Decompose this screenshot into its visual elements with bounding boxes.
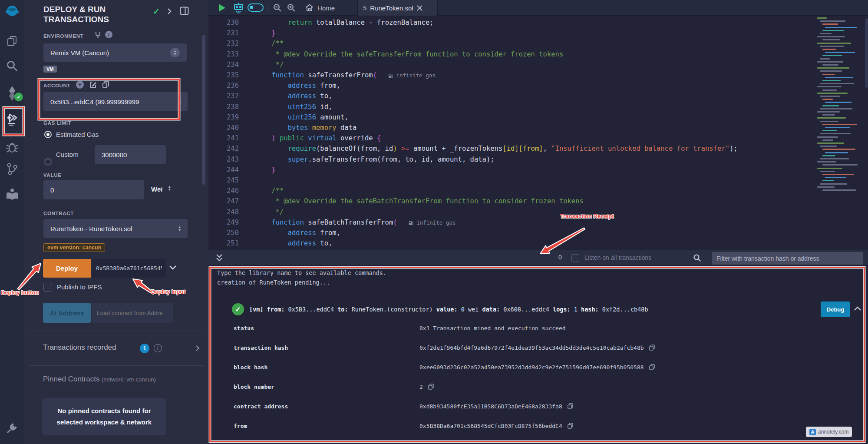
git-icon[interactable]: [0, 162, 24, 176]
code-line-235[interactable]: 235 function safeTransferFrom( infinite …: [208, 70, 868, 80]
code-line-232[interactable]: 232 /**: [208, 38, 868, 49]
code-editor[interactable]: 230 return totalBalance - frozenBalance;…: [208, 16, 868, 250]
receipt-row-transaction-hash: transaction hash0xf2de1f964bfd4f9a6d6797…: [234, 343, 655, 352]
empty-line-2: selected workspace & network: [57, 418, 152, 426]
tx-summary[interactable]: [vm] from: 0x5B3...eddC4 to: RuneToken.(…: [249, 306, 652, 313]
code-line-241[interactable]: 241 ) public virtual override {: [208, 133, 868, 143]
copy-icon[interactable]: [649, 364, 655, 370]
estimated-gas-radio[interactable]: [44, 131, 52, 138]
gas-estimate-annotation: infinite gas: [409, 219, 456, 226]
copilot-toggle[interactable]: [248, 3, 264, 12]
code-line-244[interactable]: 244 }: [208, 165, 868, 175]
at-address-input[interactable]: [92, 303, 173, 323]
receipt-row-block-number: block number2: [234, 382, 434, 391]
custom-gas-input[interactable]: [95, 145, 166, 164]
debugger-icon[interactable]: [0, 141, 24, 154]
collapse-terminal-icon[interactable]: [216, 254, 223, 264]
indent-guide: [480, 28, 480, 248]
panel-scrollbar[interactable]: [202, 35, 205, 185]
minimap[interactable]: [817, 17, 863, 194]
editor-scrollbar[interactable]: [865, 18, 868, 88]
annotation-label-transaction-receipt: Transaction Receipt: [560, 213, 614, 219]
close-tab-icon[interactable]: [417, 5, 422, 11]
code-line-250[interactable]: 250 address from,: [208, 228, 868, 238]
file-explorer-icon[interactable]: [0, 36, 24, 47]
publish-ipfs-checkbox[interactable]: [43, 283, 52, 292]
code-line-245[interactable]: 245: [208, 175, 868, 186]
account-select[interactable]: 0x5B3...eddC4 (99.999999999 ▴▾: [43, 92, 188, 111]
debug-button[interactable]: Debug: [821, 302, 850, 317]
code-line-239[interactable]: 239 uint256 amount,: [208, 112, 868, 123]
pinned-contracts-network: (network: vm-cancun): [102, 376, 156, 383]
stepper-icon[interactable]: ▴▾: [168, 185, 171, 191]
deploy-run-icon[interactable]: [0, 114, 24, 127]
ai-assistant-icon[interactable]: [233, 2, 244, 15]
copy-icon[interactable]: [568, 403, 573, 409]
copy-account-icon[interactable]: [102, 81, 109, 90]
remix-logo[interactable]: [0, 3, 24, 20]
contract-select[interactable]: RuneToken - RuneToken.sol ▴▾: [43, 219, 188, 238]
code-line-251[interactable]: 251 address to,: [208, 238, 868, 249]
code-line-242[interactable]: 242 require(balanceOf(from, id) >= amoun…: [208, 143, 868, 154]
terminal-filter-input[interactable]: [712, 252, 863, 265]
pinned-contracts-header: Pinned Contracts (network: vm-cancun): [43, 375, 156, 384]
code-line-233[interactable]: 233 * @dev Override the safeTransferFrom…: [208, 49, 868, 60]
transactions-recorded-label: Transactions recorded: [43, 343, 116, 352]
search-icon[interactable]: [0, 60, 24, 72]
code-line-234[interactable]: 234 */: [208, 60, 868, 70]
expand-deploy-chevron-icon[interactable]: [169, 264, 177, 272]
code-line-230[interactable]: 230 return totalBalance - frozenBalance;: [208, 17, 868, 28]
terminal-search-icon[interactable]: [693, 254, 701, 264]
code-line-240[interactable]: 240 bytes memory data: [208, 123, 868, 133]
code-line-237[interactable]: 237 address to,: [208, 91, 868, 101]
terminal-log: creation of RuneToken pending...: [217, 279, 330, 286]
zoom-out-icon[interactable]: [273, 3, 282, 14]
code-line-249[interactable]: 249 function safeBatchTransferFrom( infi…: [208, 217, 868, 228]
listen-checkbox[interactable]: [571, 254, 579, 262]
chevron-right-icon[interactable]: [167, 8, 172, 17]
collapse-receipt-icon[interactable]: [854, 305, 861, 313]
code-line-231[interactable]: 231 }: [208, 28, 868, 38]
edit-account-icon[interactable]: [89, 81, 97, 90]
plugin-manager-icon[interactable]: [0, 421, 24, 434]
fork-icon[interactable]: [95, 32, 101, 40]
listen-count: 0: [558, 254, 562, 261]
annotation-label-deploy-input: Deploy Input: [151, 288, 185, 295]
watermark: A annotely.com: [806, 427, 852, 437]
pinned-contracts-title: Pinned Contracts: [43, 375, 99, 383]
transactions-expand-chevron-icon[interactable]: [195, 345, 200, 353]
code-line-248[interactable]: 248 */: [208, 207, 868, 217]
custom-gas-radio[interactable]: [44, 158, 52, 166]
code-line-246[interactable]: 246 /**: [208, 186, 868, 196]
environment-select[interactable]: Remix VM (Cancun) ▴▾: [43, 43, 187, 62]
tab-runetoken[interactable]: S RuneToken.sol: [357, 0, 438, 16]
deploy-run-panel: DEPLOY & RUN TRANSACTIONS ✓ ENVIRONMENT …: [24, 0, 209, 444]
environment-info-icon[interactable]: i: [105, 31, 112, 38]
transactions-info-icon[interactable]: i: [154, 344, 162, 352]
learneth-icon[interactable]: [0, 188, 24, 201]
code-line-243[interactable]: 243 super.safeTransferFrom(from, to, id,…: [208, 154, 868, 165]
stepper-icon: ▴▾: [178, 225, 181, 232]
copy-icon[interactable]: [649, 345, 655, 351]
pin-panel-icon[interactable]: [180, 7, 189, 17]
home-icon: [305, 4, 314, 12]
value-input[interactable]: [43, 180, 144, 199]
deploy-input[interactable]: [92, 259, 166, 278]
deploy-button[interactable]: Deploy: [43, 259, 91, 278]
zoom-in-icon[interactable]: [287, 3, 296, 14]
custom-gas-label: Custom: [56, 151, 79, 158]
tab-home-label: Home: [317, 4, 335, 12]
transactions-count-badge: 1: [140, 344, 149, 353]
tab-home[interactable]: Home: [305, 0, 335, 16]
copy-icon[interactable]: [428, 384, 434, 390]
run-script-icon[interactable]: [218, 4, 225, 13]
copy-icon[interactable]: [568, 423, 573, 429]
terminal: Type the library name to see available c…: [208, 266, 868, 444]
code-line-247[interactable]: 247 * @dev Override the safeBatchTransfe…: [208, 196, 868, 206]
publish-ipfs-label: Publish to IPFS: [57, 283, 102, 291]
at-address-button[interactable]: At Address: [43, 303, 91, 323]
code-line-238[interactable]: 238 uint256 id,: [208, 102, 868, 112]
add-account-icon[interactable]: +: [76, 81, 84, 89]
code-line-236[interactable]: 236 address from,: [208, 80, 868, 91]
value-unit-select[interactable]: Wei: [151, 186, 162, 193]
